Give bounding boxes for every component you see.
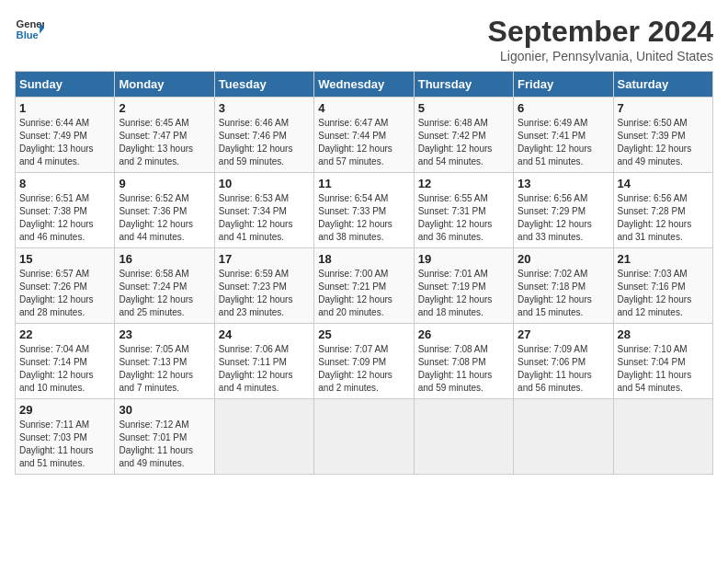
day-number: 20 [518, 252, 609, 266]
calendar-cell: 26 Sunrise: 7:08 AMSunset: 7:08 PMDaylig… [414, 324, 513, 399]
day-number: 18 [318, 252, 409, 266]
day-info: Sunrise: 6:59 AMSunset: 7:23 PMDaylight:… [219, 269, 293, 317]
calendar-cell: 15 Sunrise: 6:57 AMSunset: 7:26 PMDaylig… [16, 248, 115, 324]
calendar-cell: 7 Sunrise: 6:50 AMSunset: 7:39 PMDayligh… [613, 98, 712, 173]
day-number: 12 [418, 177, 509, 190]
day-info: Sunrise: 6:54 AMSunset: 7:33 PMDaylight:… [318, 193, 392, 242]
day-number: 3 [219, 101, 310, 115]
calendar-week-row: 22 Sunrise: 7:04 AMSunset: 7:14 PMDaylig… [16, 324, 713, 399]
day-info: Sunrise: 6:56 AMSunset: 7:29 PMDaylight:… [518, 193, 592, 242]
calendar-week-row: 1 Sunrise: 6:44 AMSunset: 7:49 PMDayligh… [16, 98, 713, 173]
day-number: 19 [418, 252, 509, 266]
calendar-cell [414, 399, 513, 475]
logo-icon: General Blue [15, 15, 44, 44]
calendar-cell: 18 Sunrise: 7:00 AMSunset: 7:21 PMDaylig… [314, 248, 414, 324]
calendar-cell: 29 Sunrise: 7:11 AMSunset: 7:03 PMDaylig… [16, 399, 115, 475]
day-number: 16 [119, 252, 210, 266]
day-number: 8 [19, 177, 110, 190]
calendar-subtitle: Ligonier, Pennsylvania, United States [488, 49, 713, 63]
calendar-title: September 2024 [488, 15, 713, 49]
day-info: Sunrise: 6:50 AMSunset: 7:39 PMDaylight:… [618, 118, 692, 167]
day-number: 28 [618, 327, 709, 341]
svg-text:Blue: Blue [17, 29, 39, 40]
day-number: 10 [219, 177, 310, 190]
calendar-cell [214, 399, 313, 475]
calendar-cell: 28 Sunrise: 7:10 AMSunset: 7:04 PMDaylig… [613, 324, 712, 399]
day-info: Sunrise: 7:04 AMSunset: 7:14 PMDaylight:… [19, 344, 94, 393]
calendar-cell: 27 Sunrise: 7:09 AMSunset: 7:06 PMDaylig… [514, 324, 613, 399]
day-number: 1 [19, 101, 110, 115]
day-number: 23 [119, 327, 210, 341]
calendar-cell: 20 Sunrise: 7:02 AMSunset: 7:18 PMDaylig… [514, 248, 613, 324]
day-info: Sunrise: 6:51 AMSunset: 7:38 PMDaylight:… [19, 193, 94, 242]
day-number: 27 [518, 327, 609, 341]
day-info: Sunrise: 6:55 AMSunset: 7:31 PMDaylight:… [418, 193, 493, 242]
day-header-tuesday: Tuesday [214, 72, 313, 98]
day-header-saturday: Saturday [613, 72, 712, 98]
calendar-cell [514, 399, 613, 475]
day-number: 13 [518, 177, 609, 190]
calendar-cell: 21 Sunrise: 7:03 AMSunset: 7:16 PMDaylig… [613, 248, 712, 324]
day-info: Sunrise: 6:58 AMSunset: 7:24 PMDaylight:… [119, 269, 193, 317]
day-number: 11 [318, 177, 409, 190]
calendar-cell: 5 Sunrise: 6:48 AMSunset: 7:42 PMDayligh… [414, 98, 513, 173]
calendar-week-row: 8 Sunrise: 6:51 AMSunset: 7:38 PMDayligh… [16, 173, 713, 248]
day-number: 29 [19, 403, 110, 417]
calendar-cell: 24 Sunrise: 7:06 AMSunset: 7:11 PMDaylig… [214, 324, 313, 399]
logo: General Blue [15, 15, 44, 44]
calendar-cell: 1 Sunrise: 6:44 AMSunset: 7:49 PMDayligh… [16, 98, 115, 173]
calendar-cell: 11 Sunrise: 6:54 AMSunset: 7:33 PMDaylig… [314, 173, 414, 248]
day-info: Sunrise: 7:12 AMSunset: 7:01 PMDaylight:… [119, 419, 193, 468]
calendar-cell: 3 Sunrise: 6:46 AMSunset: 7:46 PMDayligh… [214, 98, 313, 173]
day-info: Sunrise: 6:46 AMSunset: 7:46 PMDaylight:… [219, 118, 293, 167]
day-header-wednesday: Wednesday [314, 72, 414, 98]
day-number: 7 [618, 101, 709, 115]
day-number: 14 [618, 177, 709, 190]
day-info: Sunrise: 7:05 AMSunset: 7:13 PMDaylight:… [119, 344, 193, 393]
day-info: Sunrise: 6:48 AMSunset: 7:42 PMDaylight:… [418, 118, 493, 167]
day-info: Sunrise: 6:53 AMSunset: 7:34 PMDaylight:… [219, 193, 293, 242]
day-number: 25 [318, 327, 409, 341]
calendar-cell: 8 Sunrise: 6:51 AMSunset: 7:38 PMDayligh… [16, 173, 115, 248]
day-info: Sunrise: 7:08 AMSunset: 7:08 PMDaylight:… [418, 344, 493, 393]
day-header-sunday: Sunday [16, 72, 115, 98]
day-info: Sunrise: 7:00 AMSunset: 7:21 PMDaylight:… [318, 269, 392, 317]
day-number: 21 [618, 252, 709, 266]
title-block: September 2024 Ligonier, Pennsylvania, U… [488, 15, 713, 63]
calendar-cell: 12 Sunrise: 6:55 AMSunset: 7:31 PMDaylig… [414, 173, 513, 248]
header-row: SundayMondayTuesdayWednesdayThursdayFrid… [16, 72, 713, 98]
day-number: 30 [119, 403, 210, 417]
calendar-cell: 17 Sunrise: 6:59 AMSunset: 7:23 PMDaylig… [214, 248, 313, 324]
day-info: Sunrise: 7:10 AMSunset: 7:04 PMDaylight:… [618, 344, 692, 393]
calendar-cell: 16 Sunrise: 6:58 AMSunset: 7:24 PMDaylig… [115, 248, 214, 324]
day-info: Sunrise: 6:56 AMSunset: 7:28 PMDaylight:… [618, 193, 692, 242]
calendar-cell: 14 Sunrise: 6:56 AMSunset: 7:28 PMDaylig… [613, 173, 712, 248]
day-info: Sunrise: 7:06 AMSunset: 7:11 PMDaylight:… [219, 344, 293, 393]
day-header-friday: Friday [514, 72, 613, 98]
calendar-cell: 30 Sunrise: 7:12 AMSunset: 7:01 PMDaylig… [115, 399, 214, 475]
calendar-cell: 19 Sunrise: 7:01 AMSunset: 7:19 PMDaylig… [414, 248, 513, 324]
calendar-cell: 2 Sunrise: 6:45 AMSunset: 7:47 PMDayligh… [115, 98, 214, 173]
day-number: 2 [119, 101, 210, 115]
day-number: 15 [19, 252, 110, 266]
calendar-cell: 10 Sunrise: 6:53 AMSunset: 7:34 PMDaylig… [214, 173, 313, 248]
day-info: Sunrise: 7:07 AMSunset: 7:09 PMDaylight:… [318, 344, 392, 393]
calendar-cell: 13 Sunrise: 6:56 AMSunset: 7:29 PMDaylig… [514, 173, 613, 248]
day-info: Sunrise: 7:03 AMSunset: 7:16 PMDaylight:… [618, 269, 692, 317]
day-info: Sunrise: 6:52 AMSunset: 7:36 PMDaylight:… [119, 193, 193, 242]
calendar-cell: 9 Sunrise: 6:52 AMSunset: 7:36 PMDayligh… [115, 173, 214, 248]
day-info: Sunrise: 7:09 AMSunset: 7:06 PMDaylight:… [518, 344, 592, 393]
day-number: 6 [518, 101, 609, 115]
day-number: 5 [418, 101, 509, 115]
day-number: 24 [219, 327, 310, 341]
day-info: Sunrise: 7:01 AMSunset: 7:19 PMDaylight:… [418, 269, 493, 317]
calendar-cell: 23 Sunrise: 7:05 AMSunset: 7:13 PMDaylig… [115, 324, 214, 399]
day-number: 17 [219, 252, 310, 266]
calendar-cell: 4 Sunrise: 6:47 AMSunset: 7:44 PMDayligh… [314, 98, 414, 173]
calendar-cell: 25 Sunrise: 7:07 AMSunset: 7:09 PMDaylig… [314, 324, 414, 399]
day-info: Sunrise: 6:49 AMSunset: 7:41 PMDaylight:… [518, 118, 592, 167]
calendar-week-row: 15 Sunrise: 6:57 AMSunset: 7:26 PMDaylig… [16, 248, 713, 324]
day-info: Sunrise: 7:11 AMSunset: 7:03 PMDaylight:… [19, 419, 94, 468]
calendar-cell: 22 Sunrise: 7:04 AMSunset: 7:14 PMDaylig… [16, 324, 115, 399]
day-info: Sunrise: 6:57 AMSunset: 7:26 PMDaylight:… [19, 269, 94, 317]
